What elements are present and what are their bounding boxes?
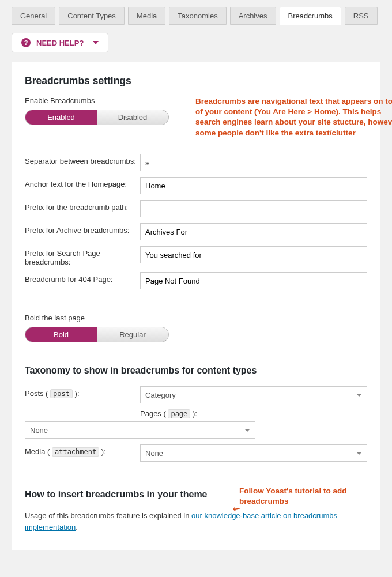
anchor-label: Anchor text for the Homepage: <box>25 177 140 188</box>
tab-rss[interactable]: RSS <box>345 7 378 25</box>
posts-taxonomy-value: Category <box>145 391 176 399</box>
posts-taxonomy-select[interactable]: Category <box>140 386 367 403</box>
chevron-down-icon <box>93 41 99 44</box>
prefix-search-input[interactable] <box>140 246 367 263</box>
separator-label: Separator between breadcrumbs: <box>25 154 140 165</box>
tab-general[interactable]: General <box>12 7 55 25</box>
toggle-regular-option[interactable]: Regular <box>97 327 168 342</box>
annotation-tutorial: Follow Yoast's tutorial to add breadcrum… <box>239 486 378 507</box>
tab-taxonomies[interactable]: Taxonomies <box>169 7 226 25</box>
taxonomy-heading: Taxonomy to show in breadcrumbs for cont… <box>25 365 367 376</box>
media-taxonomy-value: None <box>145 449 163 458</box>
dropdown-arrow-icon <box>356 394 362 397</box>
prefix-path-input[interactable] <box>140 200 367 217</box>
need-help-label: NEED HELP? <box>36 39 84 47</box>
annotation-breadcrumbs-explain: Breadcrumbs are navigational text that a… <box>195 96 392 138</box>
anchor-input[interactable] <box>140 177 367 194</box>
insert-description: Usage of this breadcrumbs feature is exp… <box>25 510 367 533</box>
tab-content-types[interactable]: Content Types <box>59 7 125 25</box>
bold-last-page-toggle[interactable]: Bold Regular <box>25 327 169 342</box>
dropdown-arrow-icon <box>356 452 362 455</box>
page-title: Breadcrumbs settings <box>25 75 367 87</box>
separator-input[interactable] <box>140 154 367 171</box>
enable-breadcrumbs-toggle[interactable]: Enabled Disabled <box>25 110 169 125</box>
pages-taxonomy-select[interactable]: None <box>25 421 255 439</box>
pages-taxonomy-label: Pages ( page ): <box>140 409 367 418</box>
settings-tabs: General Content Types Media Taxonomies A… <box>12 7 380 25</box>
crumb-404-label: Breadcrumb for 404 Page: <box>25 272 140 284</box>
toggle-disabled-option[interactable]: Disabled <box>97 110 168 125</box>
question-icon: ? <box>21 38 31 47</box>
tab-media[interactable]: Media <box>128 7 165 25</box>
pages-taxonomy-value: None <box>30 426 48 435</box>
media-taxonomy-select[interactable]: None <box>140 444 367 462</box>
prefix-archive-input[interactable] <box>140 223 367 240</box>
media-taxonomy-label: Media ( attachment ): <box>25 444 140 456</box>
toggle-bold-option[interactable]: Bold <box>25 327 97 342</box>
prefix-path-label: Prefix for the breadcrumb path: <box>25 200 140 212</box>
bold-last-page-label: Bold the last page <box>25 314 367 322</box>
tab-archives[interactable]: Archives <box>230 7 276 25</box>
dropdown-arrow-icon <box>244 429 250 432</box>
settings-panel: Breadcrumbs settings Enable Breadcrumbs … <box>12 62 380 550</box>
crumb-404-input[interactable] <box>140 272 367 289</box>
prefix-search-label: Prefix for Search Page breadcrumbs: <box>25 246 140 266</box>
toggle-enabled-option[interactable]: Enabled <box>25 110 97 125</box>
need-help-button[interactable]: ? NEED HELP? <box>12 33 108 52</box>
prefix-archive-label: Prefix for Archive breadcrumbs: <box>25 223 140 235</box>
posts-taxonomy-label: Posts ( post ): <box>25 386 140 398</box>
tab-breadcrumbs[interactable]: Breadcrumbs <box>280 7 341 25</box>
